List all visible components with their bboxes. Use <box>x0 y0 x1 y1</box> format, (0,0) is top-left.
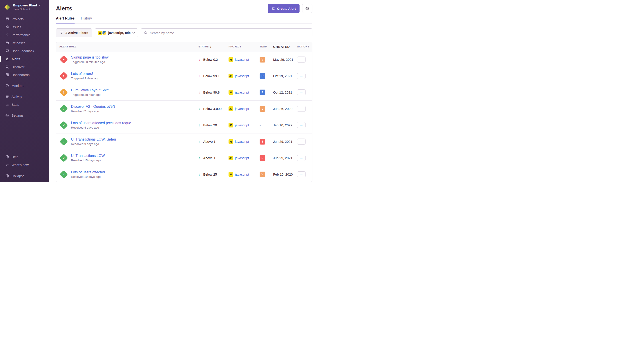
trend-arrow-icon <box>198 172 202 176</box>
alert-rule-link[interactable]: Discover V2 - Queries p75() <box>71 105 115 108</box>
alert-severity-icon <box>59 170 68 179</box>
project-link[interactable]: javascript <box>235 172 249 176</box>
alert-rule-row: UI Transactions LOW Resolved 15 days ago… <box>56 150 312 166</box>
sidebar-item-releases[interactable]: Releases <box>0 39 49 47</box>
status-threshold: Below 4,000 <box>203 107 222 110</box>
sidebar-item-monitors[interactable]: Monitors <box>0 82 49 90</box>
user-name: Jane Schmidt <box>13 8 41 11</box>
column-header-status[interactable]: Status ↓ <box>198 45 228 48</box>
javascript-platform-icon: JS <box>228 106 233 111</box>
sidebar-collapse-button[interactable]: Collapse <box>0 172 49 180</box>
created-date: Jun 29, 2021 <box>273 156 297 160</box>
alert-rule-subtitle: Resolved 9 days ago <box>71 142 116 146</box>
filter-bar: 2 Active Filters JS javascript, cdc <box>56 28 312 37</box>
org-name: Empower Plant <box>13 3 37 7</box>
row-actions-button[interactable]: … <box>297 73 305 79</box>
page-header: Alerts Create Alert <box>56 4 312 13</box>
org-logo <box>3 3 11 11</box>
sidebar-item-label: User Feedback <box>12 49 34 53</box>
alert-rule-subtitle: Resolved 2 days ago <box>71 110 115 113</box>
sidebar-nav-activity: Activity Stats <box>0 92 49 108</box>
project-selector[interactable]: JS javascript, cdc <box>95 28 138 37</box>
search-icon <box>144 31 147 34</box>
sidebar-item-alerts[interactable]: Alerts <box>0 55 49 63</box>
create-alert-label: Create Alert <box>277 7 296 10</box>
project-link[interactable]: javascript <box>235 74 249 78</box>
sidebar-item-dashboards[interactable]: Dashboards <box>0 71 49 79</box>
search-box <box>141 28 312 37</box>
javascript-platform-icon: JS <box>228 74 233 78</box>
sidebar-item-performance[interactable]: Performance <box>0 31 49 39</box>
sidebar-item-whats-new[interactable]: What's new <box>0 161 49 169</box>
check-icon <box>62 156 65 160</box>
org-switcher[interactable]: Empower Plant Jane Schmidt <box>0 0 49 14</box>
chevron-down-icon <box>38 5 41 6</box>
team-avatar: V <box>260 172 265 177</box>
alert-rule-link[interactable]: UI Transactions LOW <box>71 154 105 158</box>
sidebar-item-projects[interactable]: Projects <box>0 15 49 23</box>
row-actions-button[interactable]: … <box>297 171 305 177</box>
project-link[interactable]: javascript <box>235 90 249 94</box>
column-header-created: Created <box>273 45 297 48</box>
row-actions-button[interactable]: … <box>297 106 305 112</box>
team-avatar: V <box>260 57 265 62</box>
sidebar-item-label: Settings <box>12 114 24 117</box>
alert-rule-link[interactable]: Cumulative Layout Shift <box>71 88 109 92</box>
sidebar-item-discover[interactable]: Discover <box>0 63 49 71</box>
exclamation-icon <box>63 90 64 94</box>
alert-severity-icon <box>59 55 68 64</box>
discover-icon <box>5 65 9 69</box>
sidebar-item-label: Alerts <box>12 57 20 61</box>
column-header-project: Project <box>228 45 260 48</box>
gear-icon <box>305 6 309 10</box>
javascript-platform-icon: JS <box>228 156 233 160</box>
dashboards-icon <box>5 73 9 77</box>
trend-arrow-icon <box>198 90 202 94</box>
alert-rules-table: Alert Rule Status ↓ Project Team Created… <box>56 42 312 182</box>
active-filters-button[interactable]: 2 Active Filters <box>56 28 92 37</box>
sidebar-item-settings[interactable]: Settings <box>0 111 49 119</box>
javascript-platform-icon: JS <box>228 57 233 62</box>
created-date: Oct 19, 2021 <box>273 74 297 78</box>
project-link[interactable]: javascript <box>235 140 249 144</box>
alert-rule-link[interactable]: Lots of errors! <box>71 72 99 76</box>
check-icon <box>62 140 65 143</box>
alert-rule-row: UI Transactions LOW: Safari Resolved 9 d… <box>56 134 312 150</box>
table-body: Signup page is too slow Triggered 30 min… <box>56 52 312 182</box>
project-link[interactable]: javascript <box>235 58 249 62</box>
create-alert-button[interactable]: Create Alert <box>268 4 299 13</box>
table-header-row: Alert Rule Status ↓ Project Team Created… <box>56 42 312 52</box>
search-input[interactable] <box>149 31 309 35</box>
row-actions-button[interactable]: … <box>297 89 305 95</box>
team-avatar: S <box>260 155 265 161</box>
alert-rule-link[interactable]: UI Transactions LOW: Safari <box>71 138 116 142</box>
row-actions-button[interactable]: … <box>297 155 305 161</box>
alert-rule-link[interactable]: Lots of users affected <box>71 170 105 174</box>
tab-alert-rules[interactable]: Alert Rules <box>56 16 75 23</box>
alert-rule-row: Discover V2 - Queries p75() Resolved 2 d… <box>56 101 312 117</box>
alert-rule-link[interactable]: Signup page is too slow <box>71 56 109 60</box>
alert-rule-subtitle: Resolved 19 days ago <box>71 175 105 178</box>
project-link[interactable]: javascript <box>235 123 249 127</box>
stats-icon <box>5 102 9 106</box>
team-avatar: S <box>260 139 265 144</box>
sidebar-item-user-feedback[interactable]: User Feedback <box>0 47 49 55</box>
status-threshold: Below 99.8 <box>203 90 220 94</box>
sidebar-item-issues[interactable]: Issues <box>0 23 49 31</box>
row-actions-button[interactable]: … <box>297 122 305 128</box>
alert-rule-link[interactable]: Lots of users affected (excludes reque… <box>71 121 135 125</box>
check-icon <box>62 172 65 176</box>
project-link[interactable]: javascript <box>235 156 249 160</box>
tab-history[interactable]: History <box>81 16 92 23</box>
main-content: Alerts Create Alert Alert Rules History … <box>49 0 320 182</box>
alert-settings-button[interactable] <box>302 4 312 13</box>
trend-arrow-icon <box>198 58 202 62</box>
sidebar-item-label: Activity <box>12 95 22 98</box>
project-link[interactable]: javascript <box>235 107 249 110</box>
sidebar-item-activity[interactable]: Activity <box>0 92 49 100</box>
row-actions-button[interactable]: … <box>297 56 305 62</box>
sidebar-item-stats[interactable]: Stats <box>0 100 49 108</box>
sidebar-item-help[interactable]: Help <box>0 153 49 161</box>
trend-arrow-icon <box>198 140 202 144</box>
row-actions-button[interactable]: … <box>297 138 305 144</box>
